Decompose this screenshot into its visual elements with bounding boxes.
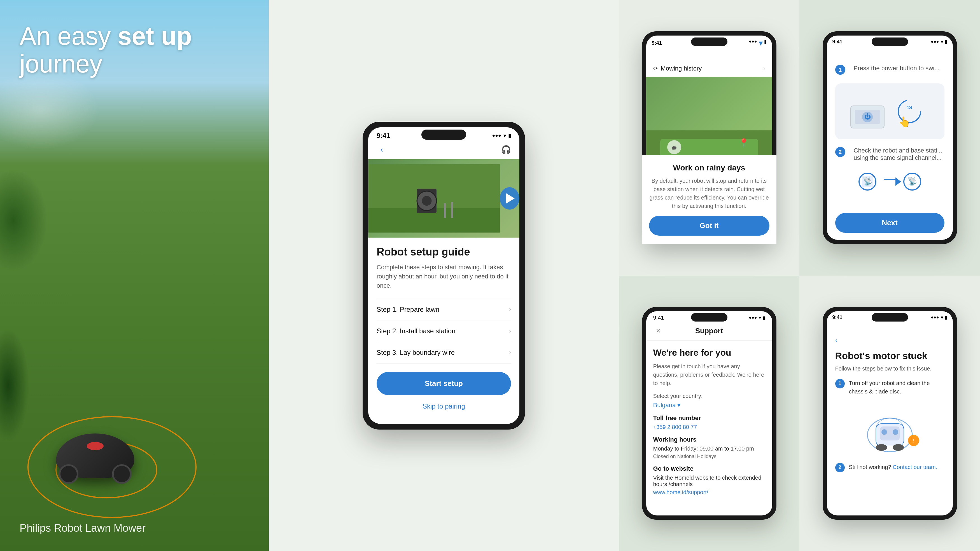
card-3-container: 9:41 ●●● ▾ ▮ ✕ Support We're here for yo… (619, 276, 799, 551)
card2-phone: 9:41 ●●● ▾ ▮ 1 Press the power button to… (822, 31, 957, 244)
toll-free-label: Toll free number (653, 414, 765, 422)
country-value[interactable]: Bulgaria ▾ (653, 402, 765, 409)
card1-chevron-right[interactable]: › (763, 65, 765, 73)
card4-back-button[interactable]: ‹ (835, 336, 945, 345)
card2-wifi: ▾ (941, 39, 943, 44)
website-text: Visit the Homeld website to check extend… (653, 475, 765, 487)
phone-number[interactable]: +359 2 800 80 77 (653, 424, 765, 430)
card-1-container: 9:41 ●●● ▾ ▮ ⟳ Mowing history › (619, 0, 799, 276)
video-area[interactable] (368, 159, 519, 238)
got-it-button[interactable]: Got it (649, 216, 770, 236)
card1-phone: 9:41 ●●● ▾ ▮ ⟳ Mowing history › (642, 31, 776, 244)
svg-point-35 (876, 444, 887, 451)
svg-rect-25 (884, 179, 896, 180)
card2-time: 9:41 (832, 39, 843, 45)
card1-wifi: ▾ (759, 39, 762, 48)
phone-notch (422, 130, 466, 140)
card4-phone: 9:41 ●●● ▾ ▮ ‹ Robot's motor stuck Follo… (822, 307, 957, 520)
card3-battery: ▮ (763, 315, 765, 321)
card-4-container: 9:41 ●●● ▾ ▮ ‹ Robot's motor stuck Follo… (799, 276, 980, 551)
svg-marker-26 (896, 178, 901, 186)
support-header: ✕ Support (646, 323, 772, 341)
card3-time: 9:41 (653, 314, 664, 321)
step-2-item[interactable]: Step 2. Install base station › (377, 321, 511, 342)
right-section: 9:41 ●●● ▾ ▮ ⟳ Mowing history › (619, 0, 980, 551)
website-label: Go to website (653, 465, 765, 472)
country-label: Select your country: (653, 393, 765, 399)
card3-phone: 9:41 ●●● ▾ ▮ ✕ Support We're here for yo… (642, 307, 776, 520)
mower-wheel-left (59, 464, 78, 484)
card2-notch (872, 38, 908, 46)
rainy-overlay: Work on rainy days By default, your robo… (646, 155, 772, 240)
status-time: 9:41 (377, 132, 390, 140)
contact-link[interactable]: Contact our team. (892, 464, 937, 470)
card1-time: 9:41 (652, 40, 662, 46)
next-button[interactable]: Next (835, 213, 945, 233)
brand-label: Philips Robot Lawn Mower (20, 522, 146, 534)
card4-battery: ▮ (945, 315, 947, 320)
card1-title-row: ⟳ Mowing history (653, 65, 702, 72)
card4-step1: 1 Turn off your robot and clean the chas… (835, 379, 945, 396)
card1-notch (691, 38, 727, 46)
svg-rect-8 (451, 202, 453, 218)
step-1-arrow: › (509, 306, 511, 313)
rainy-title: Work on rainy days (649, 164, 770, 172)
card3-notch (691, 313, 727, 322)
card2-battery: ▮ (945, 39, 947, 44)
mower-wheel-right (112, 464, 132, 484)
main-phone-screen: 9:41 ●●● ▾ ▮ ‹ 🎧 (368, 127, 519, 424)
step-3-item[interactable]: Step 3. Lay boundary wire › (377, 342, 511, 364)
card1-signal: ●●● (749, 39, 757, 48)
card3-status-icons: ●●● ▾ ▮ (749, 315, 765, 321)
mowing-history-label: Mowing history (661, 65, 702, 72)
back-button[interactable]: ‹ (377, 144, 387, 155)
card4-signal: ●●● (931, 315, 939, 320)
step-2-arrow: › (509, 327, 511, 335)
video-thumbnail (368, 159, 519, 238)
skip-pairing-link[interactable]: Skip to pairing (377, 400, 511, 416)
start-setup-button[interactable]: Start setup (377, 372, 511, 395)
step-1-item[interactable]: Step 1. Prepare lawn › (377, 299, 511, 321)
play-button[interactable] (500, 187, 519, 210)
signal-icon: ●●● (492, 133, 501, 138)
card2-content: 1 Press the power button to swi... ⏻ (827, 46, 953, 240)
support-subtext: Please get in touch if you have any ques… (653, 362, 765, 387)
signal-svg: 📡 📡 (851, 170, 929, 193)
card3-wifi: ▾ (759, 315, 761, 321)
card4-step2: 2 Still not working? Contact our team. (835, 463, 945, 472)
battery-icon: ▮ (508, 133, 511, 139)
country-name: Bulgaria (653, 402, 676, 409)
card1-header: ⟳ Mowing history › (646, 49, 772, 77)
headphones-icon[interactable]: 🎧 (501, 145, 511, 154)
svg-text:📍: 📍 (739, 138, 749, 148)
motor-stuck-desc: Follow the steps below to fix this issue… (835, 365, 945, 372)
card2-step2-text: Check the robot and base stati... using … (854, 147, 945, 162)
website-url[interactable]: www.home.id/support/ (653, 489, 765, 495)
step-1-label: Step 1. Prepare lawn (377, 306, 439, 313)
svg-text:1S: 1S (907, 105, 912, 110)
svg-point-36 (892, 444, 904, 451)
card3-signal: ●●● (749, 315, 757, 321)
close-button[interactable]: ✕ (653, 326, 663, 336)
card4-step1-num: 1 (835, 379, 845, 388)
card1-battery: ▮ (764, 39, 767, 48)
mowing-history-icon: ⟳ (653, 65, 658, 72)
phone-header: ‹ 🎧 (368, 142, 519, 159)
support-heading: We're here for you (653, 348, 765, 358)
working-hours-detail: Monday to Friday: 09.00 am to 17.00 pm (653, 446, 765, 452)
motor-stuck-title: Robot's motor stuck (835, 350, 945, 361)
card4-wifi: ▾ (941, 315, 943, 320)
card2-step1-text: Press the power button to swi... (854, 65, 945, 72)
setup-steps: Step 1. Prepare lawn › Step 2. Install b… (377, 299, 511, 364)
wifi-status-icon: ▾ (503, 133, 506, 139)
signal-illustration: 📡 📡 (835, 165, 945, 198)
headline-bold: set up (118, 22, 192, 50)
support-content: We're here for you Please get in touch i… (646, 341, 772, 516)
working-hours-label: Working hours (653, 436, 765, 443)
headline: An easy set up journey (20, 22, 269, 78)
dropdown-arrow: ▾ (677, 402, 680, 409)
main-phone-mockup: 9:41 ●●● ▾ ▮ ‹ 🎧 (363, 122, 525, 430)
card4-screen: 9:41 ●●● ▾ ▮ ‹ Robot's motor stuck Follo… (827, 311, 953, 516)
svg-text:!: ! (913, 438, 914, 443)
card4-step2-text: Still not working? Contact our team. (849, 463, 937, 472)
